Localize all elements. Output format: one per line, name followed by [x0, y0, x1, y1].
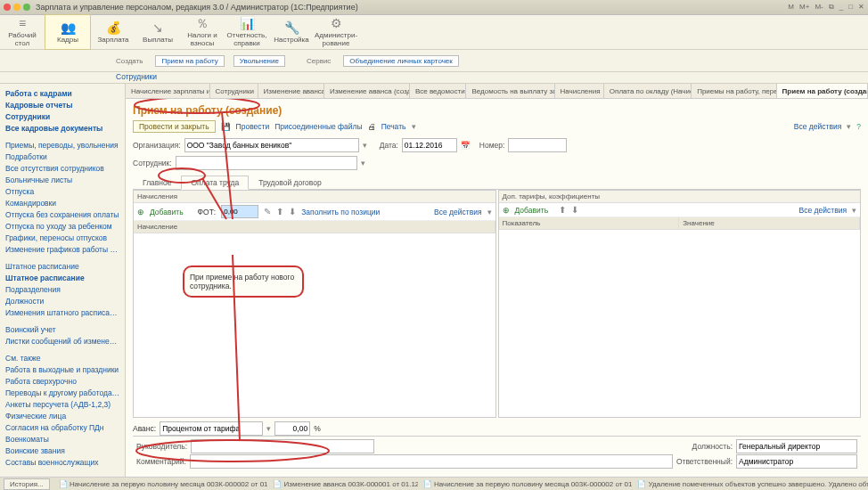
fot-input[interactable] — [221, 205, 258, 218]
save-icon[interactable]: 💾 — [221, 122, 231, 131]
up-icon[interactable]: ⬆ — [559, 205, 566, 215]
add-icon[interactable]: ⊕ — [137, 208, 144, 216]
doc-tab[interactable]: Приемы на работу, пере...✕ — [692, 84, 776, 98]
subtab-main[interactable]: Главное — [133, 176, 181, 189]
number-input[interactable] — [508, 138, 567, 152]
sidebar-item[interactable]: Работа в выходные и праздники — [5, 363, 119, 375]
sidebar-item[interactable]: Воинский учет — [5, 323, 119, 335]
sidebar-item[interactable]: Больничные листы — [5, 174, 119, 185]
fill-by-position-link[interactable]: Заполнить по позиции — [301, 208, 380, 216]
win-btn[interactable]: M- — [815, 3, 823, 12]
win-btn[interactable]: _ — [839, 3, 843, 12]
attached-files-link[interactable]: Присоединенные файлы — [274, 122, 362, 131]
doc-tab[interactable]: Прием на работу (создан...✕ — [777, 84, 868, 98]
sidebar-item[interactable]: Физические лица — [5, 410, 119, 421]
sidebar-item[interactable]: Графики, переносы отпусков — [5, 232, 119, 243]
doc-tab[interactable]: Ведомость на выплату за...✕ — [466, 84, 554, 98]
toolbar-Выплаты[interactable]: ↘Выплаты — [135, 15, 180, 49]
toolbar-Администри-[interactable]: ⚙Администри-рование — [314, 15, 358, 49]
avans-type-input[interactable] — [160, 421, 263, 436]
doc-tab[interactable]: Начисление зарплаты и...✕ — [126, 84, 210, 98]
sidebar-item[interactable]: Все отсутствия сотрудников — [5, 162, 119, 174]
sidebar-item[interactable]: Изменения штатного расписания — [5, 306, 119, 318]
win-btn[interactable]: M+ — [799, 3, 809, 12]
sidebar-item[interactable]: Изменение графиков работы списком — [5, 243, 119, 255]
create-hire-link[interactable]: Прием на работу — [155, 55, 224, 67]
sidebar-item[interactable]: Согласия на обработку ПДн — [5, 421, 119, 433]
calendar-icon[interactable]: 📅 — [461, 141, 471, 150]
sidebar-item[interactable]: Работа сверхурочно — [5, 375, 119, 387]
maximize-icon[interactable] — [23, 4, 30, 11]
sidebar-item[interactable]: Штатное расписание — [5, 272, 119, 283]
edit-icon[interactable]: ✎ — [264, 207, 271, 216]
org-input[interactable] — [184, 138, 359, 152]
sidebar-item[interactable]: Отпуска — [5, 185, 119, 197]
minimize-icon[interactable] — [13, 4, 20, 11]
doc-tab[interactable]: Оплата по окладу (Начис...✕ — [604, 84, 692, 98]
up-icon[interactable]: ⬆ — [276, 207, 283, 216]
merge-cards-link[interactable]: Объединение личных карточек — [343, 55, 458, 67]
sidebar-item[interactable]: Работа с кадрами — [5, 87, 119, 99]
sidebar-item[interactable]: Отпуска по уходу за ребенком — [5, 220, 119, 232]
sidebar-item[interactable]: Кадровые отчеты — [5, 99, 119, 110]
date-input[interactable] — [402, 138, 457, 152]
sidebar-item[interactable]: Переводы к другому работодателю — [5, 387, 119, 398]
subtab-payment[interactable]: Оплата труда — [181, 176, 249, 190]
doc-tab[interactable]: Все ведомости✕ — [410, 84, 467, 98]
sidebar-item[interactable]: Воинские звания — [5, 445, 119, 456]
sidebar-item[interactable]: Все кадровые документы — [5, 122, 119, 134]
responsible-input[interactable] — [736, 454, 857, 469]
print-icon[interactable]: 🖨 — [368, 122, 376, 131]
print-link[interactable]: Печать — [381, 122, 406, 131]
sidebar-item[interactable]: Отпуска без сохранения оплаты — [5, 208, 119, 220]
toolbar-Кадры[interactable]: 👥Кадры — [45, 14, 91, 50]
subtab-contract[interactable]: Трудовой договор — [249, 176, 331, 189]
doc-tab[interactable]: Изменение аванса (созд...✕ — [324, 84, 410, 98]
comment-input[interactable] — [190, 454, 673, 469]
toolbar-Зарплата[interactable]: 💰Зарплата — [91, 15, 135, 49]
sidebar-item[interactable]: Командировки — [5, 197, 119, 208]
employees-link[interactable]: Сотрудники — [116, 72, 157, 81]
sidebar-item[interactable]: Штатное расписание — [5, 260, 119, 272]
toolbar-Рабочий[interactable]: ≡Рабочийстол — [0, 15, 45, 49]
save-close-button[interactable]: Провести и закрыть — [133, 120, 216, 133]
sidebar-item[interactable]: Листки сообщений об изменениях — [5, 335, 119, 347]
win-btn[interactable]: ✕ — [858, 3, 864, 12]
win-btn[interactable]: M — [788, 3, 794, 12]
all-actions-link[interactable]: Все действия — [794, 122, 841, 131]
sidebar-item[interactable]: Подработки — [5, 151, 119, 162]
sidebar-item[interactable]: Должности — [5, 295, 119, 306]
help-icon[interactable]: ? — [856, 122, 861, 131]
close-icon[interactable] — [4, 4, 11, 11]
dropdown-icon[interactable]: ▾ — [363, 141, 367, 150]
manager-input[interactable] — [191, 439, 374, 453]
sidebar-item[interactable]: См. также — [5, 352, 119, 363]
create-fire-link[interactable]: Увольнение — [233, 55, 285, 67]
down-icon[interactable]: ⬇ — [571, 205, 578, 215]
sidebar-item[interactable]: Анкеты персучета (АДВ-1,2,3) — [5, 398, 119, 410]
sidebar-item[interactable]: Военкоматы — [5, 433, 119, 445]
add-button[interactable]: Добавить — [150, 208, 184, 216]
panel-all-actions[interactable]: Все действия — [434, 208, 481, 216]
toolbar-Налоги и[interactable]: ％Налоги ивзносы — [180, 15, 225, 49]
panel-all-actions[interactable]: Все действия — [799, 206, 847, 215]
avans-value-input[interactable] — [274, 421, 310, 436]
employee-input[interactable] — [176, 156, 357, 170]
add-button[interactable]: Добавить — [515, 206, 549, 215]
dropdown-icon[interactable]: ▾ — [266, 424, 271, 433]
sidebar-item[interactable]: Сотрудники — [5, 110, 119, 122]
toolbar-Настройка[interactable]: 🔧Настройка — [269, 15, 314, 49]
toolbar-Отчетность,[interactable]: 📊Отчетность,справки — [225, 15, 269, 49]
win-btn[interactable]: □ — [848, 3, 853, 12]
sidebar-item[interactable]: Приемы, переводы, увольнения — [5, 139, 119, 151]
win-btn[interactable]: ⧉ — [829, 3, 834, 12]
doc-tab[interactable]: Начисления✕ — [555, 84, 604, 98]
history-button[interactable]: История... — [4, 478, 50, 490]
doc-tab[interactable]: Сотрудники✕ — [210, 84, 258, 98]
add-icon[interactable]: ⊕ — [503, 206, 510, 215]
doc-tab[interactable]: Изменение аванса✕ — [258, 84, 324, 98]
sidebar-item[interactable]: Составы военнослужащих — [5, 456, 119, 468]
dropdown-icon[interactable]: ▾ — [361, 159, 365, 167]
position-input[interactable] — [736, 439, 857, 453]
save-button[interactable]: Провести — [236, 122, 270, 131]
